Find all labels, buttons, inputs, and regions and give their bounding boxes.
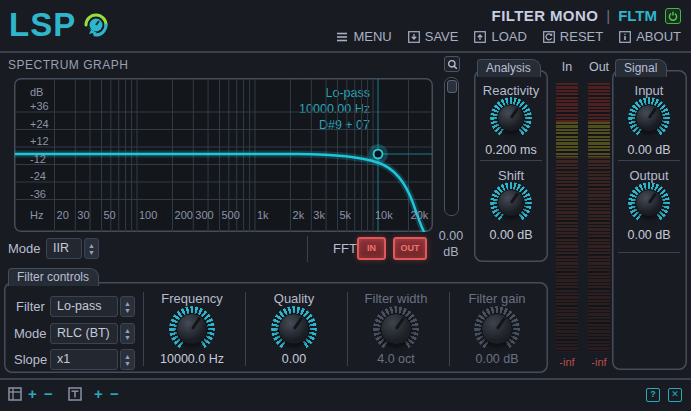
spectrum-graph-panel: Lo-pass 10000.00 Hz D#9 + 07 dBHz+36+24+… xyxy=(14,78,433,232)
logo-knob-icon xyxy=(80,9,112,41)
graph-zoom-button[interactable] xyxy=(444,56,460,72)
reset-button[interactable]: RESET xyxy=(543,29,603,44)
reset-icon xyxy=(543,31,555,43)
meter-out-value: -inf xyxy=(584,356,614,368)
axis-label: 500 xyxy=(221,209,239,221)
output-level-meter xyxy=(588,83,610,352)
fit-amplitude-icon[interactable] xyxy=(8,387,22,401)
fft-divider xyxy=(307,236,308,262)
axis-label: 1k xyxy=(257,209,269,221)
filter-type-label: Filter xyxy=(16,296,45,317)
filter-slope-combo[interactable]: x1 ▲▼ xyxy=(50,349,135,370)
menu-label: MENU xyxy=(353,29,391,44)
window-resize-button[interactable]: ✕ xyxy=(668,388,682,402)
fft-label: FFT xyxy=(333,238,357,259)
filter-mode-spinner[interactable]: ▲▼ xyxy=(120,323,135,344)
meter-in-label: In xyxy=(552,60,582,74)
plugin-window: LSP FILTER MONO | FLTM MENU xyxy=(0,0,691,411)
frequency-knob[interactable] xyxy=(169,306,215,352)
spectrum-section-label: SPECTRUM GRAPH xyxy=(8,58,128,72)
mode-combo-spinner[interactable]: ▲▼ xyxy=(84,238,99,259)
filter-slope-spinner[interactable]: ▲▼ xyxy=(120,349,135,370)
filter-controls-tab[interactable]: Filter controls xyxy=(8,268,99,286)
filter-type-value[interactable]: Lo-pass xyxy=(50,296,118,317)
fader-handle[interactable] xyxy=(447,80,457,93)
quality-label: Quality xyxy=(244,291,344,306)
save-button[interactable]: SAVE xyxy=(408,29,459,44)
axis-label: 50 xyxy=(103,209,115,221)
signal-divider-1 xyxy=(618,160,680,161)
menu-bar: MENU SAVE LOAD RESET xyxy=(336,29,681,44)
fft-out-toggle[interactable]: OUT xyxy=(393,237,427,260)
reactivity-knob[interactable] xyxy=(490,97,532,139)
save-label: SAVE xyxy=(425,29,459,44)
graph-zoom-fader[interactable] xyxy=(444,77,459,216)
load-label: LOAD xyxy=(491,29,526,44)
quality-value: 0.00 xyxy=(244,352,344,366)
axis-label: 20k xyxy=(411,209,429,221)
filter-mode-value[interactable]: RLC (BT) xyxy=(50,323,118,344)
magnifier-icon xyxy=(447,59,458,70)
fader-value-number: 0.00 xyxy=(428,228,474,244)
lsp-logo: LSP xyxy=(9,5,112,45)
about-button[interactable]: ABOUT xyxy=(619,29,681,44)
amp-zoom-out-button[interactable]: − xyxy=(44,387,53,401)
filter-type-spinner[interactable]: ▲▼ xyxy=(120,296,135,317)
axis-label: 100 xyxy=(139,209,157,221)
shift-value: 0.00 dB xyxy=(476,228,546,242)
filter-handle[interactable] xyxy=(374,150,383,159)
filter-slope-value[interactable]: x1 xyxy=(50,349,118,370)
plugin-short-title: FLTM xyxy=(618,7,657,24)
about-label: ABOUT xyxy=(636,29,681,44)
mode-combo[interactable]: IIR ▲▼ xyxy=(46,238,99,259)
axis-label: 300 xyxy=(195,209,213,221)
menu-button[interactable]: MENU xyxy=(336,29,391,44)
shift-knob[interactable] xyxy=(490,182,532,224)
load-button[interactable]: LOAD xyxy=(474,29,526,44)
output-gain-label: Output xyxy=(614,168,684,183)
help-button[interactable]: ? xyxy=(646,388,660,402)
fader-value-unit: dB xyxy=(428,244,474,260)
input-gain-value: 0.00 dB xyxy=(614,143,684,157)
power-button[interactable] xyxy=(665,8,681,24)
load-icon xyxy=(474,31,486,43)
shift-label: Shift xyxy=(476,168,546,183)
freq-zoom-in-button[interactable]: + xyxy=(94,387,103,401)
filter-width-value: 4.0 oct xyxy=(346,352,446,366)
filter-mode-combo[interactable]: RLC (BT) ▲▼ xyxy=(50,323,135,344)
axis-label: 30 xyxy=(77,209,89,221)
fft-in-toggle[interactable]: IN xyxy=(357,237,386,260)
filter-type-combo[interactable]: Lo-pass ▲▼ xyxy=(50,296,135,317)
axis-label: 20 xyxy=(57,209,69,221)
quality-knob[interactable] xyxy=(271,306,317,352)
axis-label: 3k xyxy=(313,209,325,221)
axis-label: -36 xyxy=(30,188,46,200)
output-gain-knob[interactable] xyxy=(628,182,670,224)
mode-combo-value[interactable]: IIR xyxy=(46,238,82,259)
menu-icon xyxy=(336,31,348,43)
reset-label: RESET xyxy=(560,29,603,44)
filter-width-label: Filter width xyxy=(346,291,446,306)
filter-slope-label: Slope xyxy=(14,349,47,370)
frequency-value: 10000.0 Hz xyxy=(142,352,242,366)
input-gain-label: Input xyxy=(614,83,684,98)
analysis-tab[interactable]: Analysis xyxy=(477,59,541,77)
fit-frequency-icon[interactable] xyxy=(68,387,82,401)
meter-in-value: -inf xyxy=(552,356,582,368)
axis-label: +36 xyxy=(30,100,49,112)
logo-text: LSP xyxy=(9,5,76,45)
axis-label: -12 xyxy=(30,153,46,165)
frequency-label: Frequency xyxy=(142,291,242,306)
input-level-meter xyxy=(556,83,578,352)
axis-label: dB xyxy=(30,86,43,98)
power-icon xyxy=(668,11,678,21)
amp-zoom-in-button[interactable]: + xyxy=(28,387,37,401)
axis-label: 2k xyxy=(293,209,305,221)
analysis-divider xyxy=(480,160,542,161)
plugin-title-row: FILTER MONO | FLTM xyxy=(492,7,681,24)
axis-label: +24 xyxy=(30,118,49,130)
signal-tab[interactable]: Signal xyxy=(615,59,667,77)
filter-mode-label: Mode xyxy=(14,323,47,344)
input-gain-knob[interactable] xyxy=(628,97,670,139)
freq-zoom-out-button[interactable]: − xyxy=(110,387,119,401)
